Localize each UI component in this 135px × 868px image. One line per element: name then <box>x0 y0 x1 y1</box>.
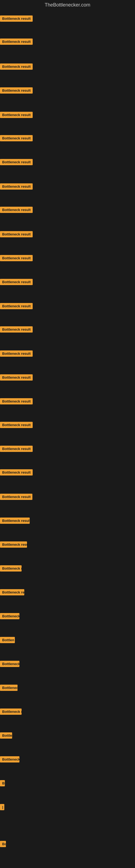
bottleneck-result-item: Bottleneck r <box>0 709 21 716</box>
bottleneck-result-item: Bottleneck result <box>0 518 30 525</box>
bottleneck-badge[interactable]: Bottleneck result <box>0 541 27 548</box>
bottleneck-result-item: Bottleneck r <box>0 565 21 572</box>
bottleneck-badge[interactable]: | <box>0 804 4 810</box>
bottleneck-badge[interactable]: Bottlen <box>0 637 15 643</box>
bottleneck-badge[interactable]: Bottleneck result <box>0 231 33 237</box>
bottleneck-result-item: Bottleneck result <box>0 38 33 46</box>
bottleneck-result-item: Bottleneck result <box>0 541 27 549</box>
site-title: TheBottlenecker.com <box>0 0 135 10</box>
bottleneck-badge[interactable]: Bottleneck result <box>0 135 33 141</box>
bottleneck-result-item: Bottleneck result <box>0 303 33 310</box>
bottleneck-badge[interactable]: Bottleneck <box>0 756 19 763</box>
bottleneck-result-item: | <box>0 804 4 811</box>
bottleneck-result-item: Bottleneck <box>0 613 19 620</box>
bottleneck-badge[interactable]: Bottlenec <box>0 685 17 691</box>
bottleneck-badge[interactable]: Bottleneck result <box>0 183 33 190</box>
bottleneck-result-item: B <box>0 780 5 787</box>
bottleneck-result-item: Bottleneck result <box>0 231 33 239</box>
bottleneck-badge[interactable]: Bottleneck result <box>0 326 33 333</box>
bottleneck-result-item: Bottleneck result <box>0 183 33 191</box>
bottleneck-result-item: Bottleneck result <box>0 374 33 382</box>
bottleneck-badge[interactable]: Bottleneck result <box>0 303 33 309</box>
bottleneck-badge[interactable]: Bottleneck result <box>0 350 33 357</box>
bottleneck-result-item: Bottleneck result <box>0 279 33 286</box>
bottleneck-badge[interactable]: Bottleneck result <box>0 255 33 261</box>
bottleneck-result-item: Bottleneck result <box>0 446 33 453</box>
bottleneck-result-item: Bottleneck <box>0 661 19 668</box>
bottleneck-badge[interactable]: Bottleneck result <box>0 446 33 452</box>
bottleneck-badge[interactable]: Bottleneck result <box>0 87 33 94</box>
bottleneck-badge[interactable]: Bottleneck result <box>0 207 33 213</box>
bottleneck-result-item: Bottleneck result <box>0 398 33 405</box>
bottleneck-result-item: Bottleneck result <box>0 422 33 429</box>
bottleneck-badge[interactable]: Bottleneck result <box>0 38 33 45</box>
bottleneck-result-item: Bottleneck result <box>0 494 32 501</box>
bottleneck-result-item: Bottleneck result <box>0 326 33 334</box>
bottleneck-badge[interactable]: Bottleneck result <box>0 112 33 118</box>
bottleneck-result-item: Bottleneck result <box>0 87 33 95</box>
bottleneck-result-item: Bottleneck <box>0 756 19 764</box>
bottleneck-badge[interactable]: Bottleneck r <box>0 565 21 571</box>
bottleneck-badge[interactable]: Bottleneck result <box>0 469 33 475</box>
bottleneck-result-item: Bottlenec <box>0 685 17 692</box>
bottleneck-result-item: Bottleneck res <box>0 589 24 596</box>
bottleneck-badge[interactable]: Bottleneck result <box>0 63 33 70</box>
bottleneck-badge[interactable]: Bottleneck result <box>0 159 33 165</box>
bottleneck-result-item: Bo <box>0 841 6 848</box>
bottleneck-badge[interactable]: Bo <box>0 841 6 847</box>
bottleneck-badge[interactable]: Bottleneck result <box>0 374 33 380</box>
bottleneck-result-item: Bottleneck result <box>0 207 33 214</box>
bottleneck-result-item: Bottleneck result <box>0 469 33 476</box>
bottleneck-badge[interactable]: Bottleneck result <box>0 398 33 404</box>
bottleneck-badge[interactable]: Bottleneck result <box>0 422 33 428</box>
bottleneck-badge[interactable]: B <box>0 780 5 786</box>
bottleneck-badge[interactable]: Bottleneck <box>0 661 19 667</box>
bottleneck-badge[interactable]: Bottleneck <box>0 613 19 619</box>
bottleneck-result-item: Bottleneck result <box>0 63 33 71</box>
bottleneck-badge[interactable]: Bottle <box>0 733 12 739</box>
bottleneck-result-item: Bottle <box>0 733 12 740</box>
bottleneck-badge[interactable]: Bottleneck r <box>0 709 21 715</box>
bottleneck-result-item: Bottleneck result <box>0 135 33 143</box>
bottleneck-result-item: Bottleneck result <box>0 255 33 262</box>
bottleneck-result-item: Bottlen <box>0 637 15 644</box>
bottleneck-result-item: Bottleneck result <box>0 350 33 358</box>
bottleneck-badge[interactable]: Bottleneck result <box>0 16 33 22</box>
bottleneck-badge[interactable]: Bottleneck result <box>0 279 33 285</box>
bottleneck-result-item: Bottleneck result <box>0 112 33 119</box>
bottleneck-badge[interactable]: Bottleneck res <box>0 589 24 595</box>
bottleneck-badge[interactable]: Bottleneck result <box>0 518 30 524</box>
bottleneck-result-item: Bottleneck result <box>0 16 33 23</box>
bottleneck-result-item: Bottleneck result <box>0 159 33 166</box>
bottleneck-badge[interactable]: Bottleneck result <box>0 494 32 500</box>
